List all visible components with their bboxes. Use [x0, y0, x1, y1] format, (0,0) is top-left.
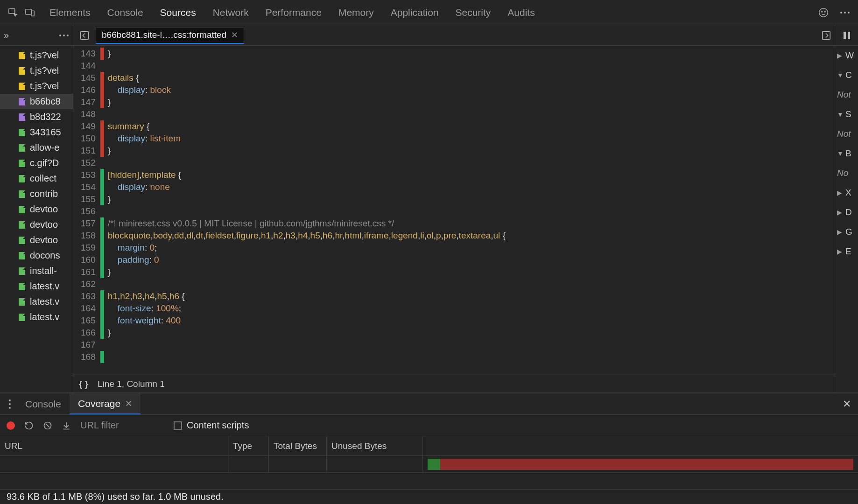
- content-scripts-checkbox[interactable]: Content scripts: [174, 420, 249, 431]
- line-number[interactable]: 147: [81, 96, 96, 108]
- file-item[interactable]: latest.v: [0, 279, 73, 294]
- file-label: devtoo: [30, 204, 58, 215]
- drawer-tab-console[interactable]: Console: [17, 393, 70, 414]
- line-number[interactable]: 155: [81, 193, 96, 205]
- coverage-marker: [100, 72, 104, 84]
- line-number[interactable]: 160: [81, 254, 96, 266]
- line-number[interactable]: 149: [81, 120, 96, 133]
- file-item[interactable]: devtoo: [0, 202, 73, 217]
- reload-icon[interactable]: [24, 421, 34, 430]
- line-number[interactable]: 163: [81, 290, 96, 302]
- line-number[interactable]: 150: [81, 133, 96, 145]
- clear-icon[interactable]: [43, 421, 52, 430]
- record-button[interactable]: [7, 421, 15, 430]
- line-number[interactable]: 145: [81, 72, 96, 84]
- line-number[interactable]: 153: [81, 169, 96, 181]
- toggle-debugger-icon[interactable]: [818, 27, 835, 44]
- debugger-section[interactable]: ▼C: [835, 65, 858, 85]
- file-item[interactable]: 343165: [0, 125, 73, 140]
- close-drawer-icon[interactable]: ✕: [838, 396, 855, 413]
- line-number[interactable]: 161: [81, 266, 96, 278]
- file-item[interactable]: t.js?vel: [0, 63, 73, 78]
- file-item[interactable]: t.js?vel: [0, 48, 73, 63]
- line-number[interactable]: 151: [81, 145, 96, 157]
- line-number[interactable]: 162: [81, 278, 96, 290]
- code-editor[interactable]: 1431441451461471481491501511521531541551…: [73, 46, 835, 375]
- close-icon[interactable]: ✕: [231, 30, 238, 40]
- export-icon[interactable]: [62, 421, 71, 430]
- file-item[interactable]: devtoo: [0, 217, 73, 232]
- line-number[interactable]: 158: [81, 230, 96, 242]
- editor-panel: b66bc881.site-l….css:formatted ✕ 1431441…: [73, 25, 835, 392]
- cursor-position-label: Line 1, Column 1: [98, 379, 165, 389]
- debugger-section: Not: [835, 85, 858, 105]
- more-options-icon[interactable]: [837, 4, 853, 21]
- debugger-section[interactable]: ▶E: [835, 242, 858, 261]
- line-number[interactable]: 152: [81, 157, 96, 169]
- file-item[interactable]: devtoo: [0, 232, 73, 248]
- tab-network[interactable]: Network: [204, 0, 257, 25]
- debugger-section[interactable]: ▶D: [835, 203, 858, 222]
- navigator-expand-icon[interactable]: »: [4, 30, 9, 41]
- line-number[interactable]: 164: [81, 302, 96, 315]
- toggle-navigator-icon[interactable]: [76, 27, 93, 44]
- file-item[interactable]: b8d322: [0, 109, 73, 125]
- debugger-section[interactable]: ▶W: [835, 46, 858, 65]
- coverage-row[interactable]: [0, 456, 858, 473]
- drawer-more-icon[interactable]: [3, 399, 17, 409]
- svg-point-17: [9, 403, 11, 405]
- tab-sources[interactable]: Sources: [152, 0, 204, 25]
- coverage-column-header[interactable]: Type: [228, 436, 269, 455]
- coverage-marker: [100, 60, 104, 72]
- line-number[interactable]: 144: [81, 60, 96, 72]
- code-line: display: list-item: [108, 133, 835, 145]
- inspect-element-icon[interactable]: [5, 4, 21, 21]
- file-item[interactable]: c.gif?D: [0, 155, 73, 171]
- coverage-column-header[interactable]: URL: [0, 436, 228, 455]
- tab-console[interactable]: Console: [99, 0, 152, 25]
- line-number[interactable]: 154: [81, 181, 96, 193]
- file-item[interactable]: latest.v: [0, 309, 73, 325]
- tab-security[interactable]: Security: [447, 0, 499, 25]
- file-item[interactable]: collect: [0, 171, 73, 186]
- svg-rect-1: [26, 9, 32, 14]
- pause-script-button[interactable]: [843, 31, 851, 40]
- navigator-more-icon[interactable]: [59, 34, 69, 37]
- file-label: t.js?vel: [30, 50, 59, 61]
- file-item[interactable]: install-: [0, 263, 73, 279]
- url-filter-input[interactable]: [80, 420, 164, 431]
- coverage-column-header[interactable]: Total Bytes: [269, 436, 327, 455]
- file-item[interactable]: latest.v: [0, 294, 73, 309]
- debugger-section[interactable]: ▶X: [835, 183, 858, 203]
- tab-audits[interactable]: Audits: [499, 0, 543, 25]
- file-item[interactable]: allow-e: [0, 140, 73, 155]
- file-item[interactable]: contrib: [0, 186, 73, 202]
- close-icon[interactable]: ✕: [125, 399, 132, 409]
- tab-memory[interactable]: Memory: [330, 0, 382, 25]
- drawer-tab-coverage[interactable]: Coverage✕: [70, 393, 141, 414]
- line-number[interactable]: 166: [81, 327, 96, 339]
- tab-elements[interactable]: Elements: [41, 0, 99, 25]
- line-number[interactable]: 168: [81, 351, 96, 363]
- file-item[interactable]: t.js?vel: [0, 78, 73, 94]
- tab-application[interactable]: Application: [382, 0, 447, 25]
- debugger-section[interactable]: ▶G: [835, 222, 858, 242]
- line-number[interactable]: 167: [81, 339, 96, 351]
- coverage-column-header[interactable]: Unused Bytes: [327, 436, 423, 455]
- line-number[interactable]: 143: [81, 48, 96, 60]
- tab-performance[interactable]: Performance: [257, 0, 330, 25]
- pretty-print-button[interactable]: { }: [79, 379, 88, 389]
- line-number[interactable]: 156: [81, 205, 96, 217]
- line-number[interactable]: 146: [81, 84, 96, 96]
- debugger-section[interactable]: ▼S: [835, 105, 858, 124]
- line-number[interactable]: 165: [81, 315, 96, 327]
- line-number[interactable]: 159: [81, 242, 96, 254]
- editor-tab[interactable]: b66bc881.site-l….css:formatted ✕: [96, 27, 244, 44]
- line-number[interactable]: 157: [81, 217, 96, 230]
- device-toolbar-icon[interactable]: [21, 4, 38, 21]
- debugger-section[interactable]: ▼B: [835, 144, 858, 163]
- line-number[interactable]: 148: [81, 108, 96, 120]
- file-item[interactable]: b66bc8: [0, 94, 73, 109]
- feedback-smiley-icon[interactable]: [815, 4, 832, 21]
- file-item[interactable]: docons: [0, 248, 73, 263]
